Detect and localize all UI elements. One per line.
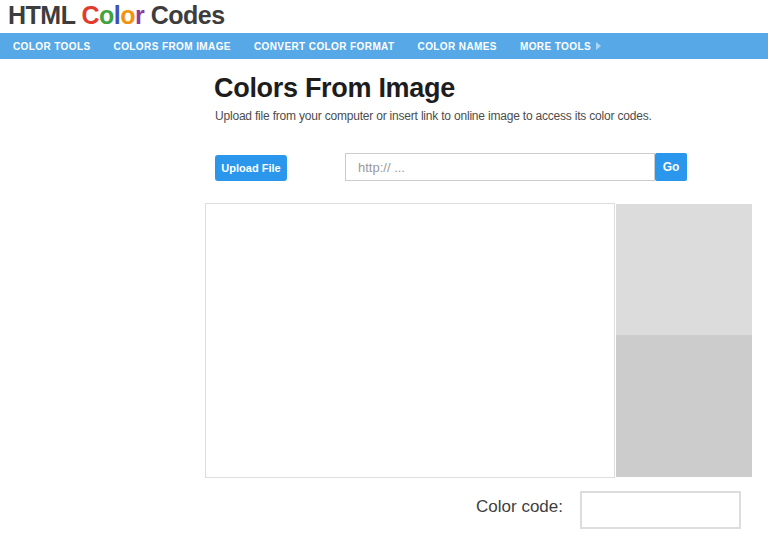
- logo-letter-r: r: [135, 1, 144, 29]
- color-code-label: Color code:: [400, 497, 563, 517]
- palette-swatch-1[interactable]: [616, 204, 752, 335]
- main-nav: COLOR TOOLS COLORS FROM IMAGE CONVERT CO…: [0, 33, 768, 59]
- palette-swatch-2[interactable]: [616, 335, 752, 477]
- logo-letter-o2: o: [120, 1, 135, 29]
- page-subtitle: Upload file from your computer or insert…: [215, 109, 652, 123]
- logo-letter-o1: o: [99, 1, 114, 29]
- go-button[interactable]: Go: [655, 153, 687, 181]
- image-canvas[interactable]: [205, 203, 615, 478]
- nav-item-color-tools[interactable]: COLOR TOOLS: [13, 41, 91, 52]
- submenu-arrow-icon: [596, 42, 601, 50]
- nav-item-more-tools[interactable]: MORE TOOLS: [520, 41, 601, 52]
- nav-item-more-tools-label: MORE TOOLS: [520, 41, 591, 52]
- nav-item-colors-from-image[interactable]: COLORS FROM IMAGE: [114, 41, 231, 52]
- nav-item-color-names[interactable]: COLOR NAMES: [418, 41, 497, 52]
- logo-part-codes: Codes: [144, 1, 224, 29]
- upload-file-button[interactable]: Upload File: [215, 155, 287, 181]
- palette-panel: [616, 204, 752, 477]
- page: HTML Color Codes COLOR TOOLS COLORS FROM…: [0, 0, 768, 539]
- color-code-input[interactable]: [580, 491, 741, 529]
- logo-part-html: HTML: [8, 1, 81, 29]
- logo-letter-c: C: [81, 1, 99, 29]
- nav-item-convert-color-format[interactable]: CONVERT COLOR FORMAT: [254, 41, 395, 52]
- page-title: Colors From Image: [214, 73, 455, 104]
- site-logo[interactable]: HTML Color Codes: [8, 1, 225, 30]
- image-url-input[interactable]: [345, 153, 655, 181]
